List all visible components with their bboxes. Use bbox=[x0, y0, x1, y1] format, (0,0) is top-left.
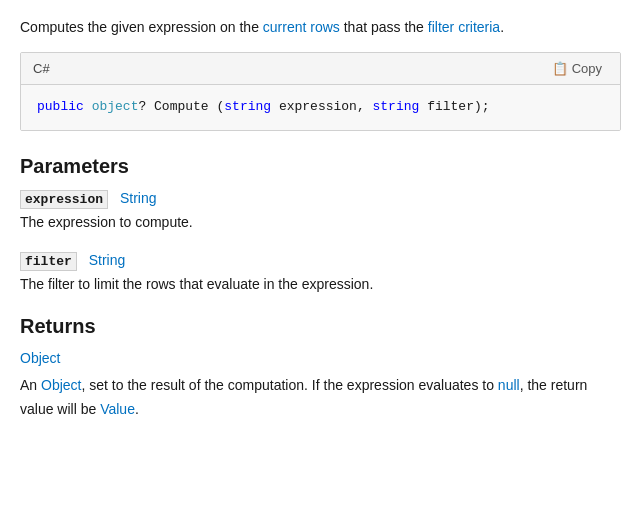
code-block-body: public object? Compute (string expressio… bbox=[21, 85, 620, 130]
param-name-expression: expression bbox=[20, 190, 108, 209]
code-keyword-string-2: string bbox=[373, 99, 420, 114]
param-header-expression: expression String bbox=[20, 190, 621, 207]
returns-desc-period: . bbox=[135, 401, 139, 417]
param-block-filter: filter String The filter to limit the ro… bbox=[20, 252, 621, 295]
intro-highlight-2: filter criteria bbox=[428, 19, 500, 35]
returns-desc-set: , set to the result of the computation. … bbox=[81, 377, 497, 393]
code-keyword-string-1: string bbox=[224, 99, 271, 114]
returns-description: An Object, set to the result of the comp… bbox=[20, 374, 621, 422]
parameters-title: Parameters bbox=[20, 155, 621, 178]
intro-highlight-1: current rows bbox=[263, 19, 340, 35]
copy-label: Copy bbox=[572, 61, 602, 76]
code-block-header: C# 📋 Copy bbox=[21, 53, 620, 85]
param-desc-expression: The expression to compute. bbox=[20, 211, 621, 233]
parameters-section: Parameters expression String The express… bbox=[20, 155, 621, 295]
intro-text-before: Computes the given expression on the bbox=[20, 19, 263, 35]
returns-type: Object bbox=[20, 350, 621, 366]
returns-section: Returns Object An Object, set to the res… bbox=[20, 315, 621, 422]
code-method-name: Compute bbox=[154, 99, 216, 114]
param-type-filter: String bbox=[89, 252, 126, 268]
code-type-object: object bbox=[92, 99, 139, 114]
code-keyword-public: public bbox=[37, 99, 84, 114]
returns-desc-null: null bbox=[498, 377, 520, 393]
param-type-expression: String bbox=[120, 190, 157, 206]
param-name-filter: filter bbox=[20, 252, 77, 271]
param-header-filter: filter String bbox=[20, 252, 621, 269]
returns-title: Returns bbox=[20, 315, 621, 338]
intro-text-after: . bbox=[500, 19, 504, 35]
copy-button[interactable]: 📋 Copy bbox=[546, 59, 608, 78]
param-desc-filter: The filter to limit the rows that evalua… bbox=[20, 273, 621, 295]
param-block-expression: expression String The expression to comp… bbox=[20, 190, 621, 233]
intro-paragraph: Computes the given expression on the cur… bbox=[20, 16, 621, 38]
returns-desc-an: An bbox=[20, 377, 41, 393]
code-language: C# bbox=[33, 61, 50, 76]
code-block: C# 📋 Copy public object? Compute (string… bbox=[20, 52, 621, 131]
intro-text-middle: that pass the bbox=[340, 19, 428, 35]
returns-desc-value: Value bbox=[100, 401, 135, 417]
copy-icon: 📋 bbox=[552, 61, 568, 76]
returns-desc-object: Object bbox=[41, 377, 81, 393]
